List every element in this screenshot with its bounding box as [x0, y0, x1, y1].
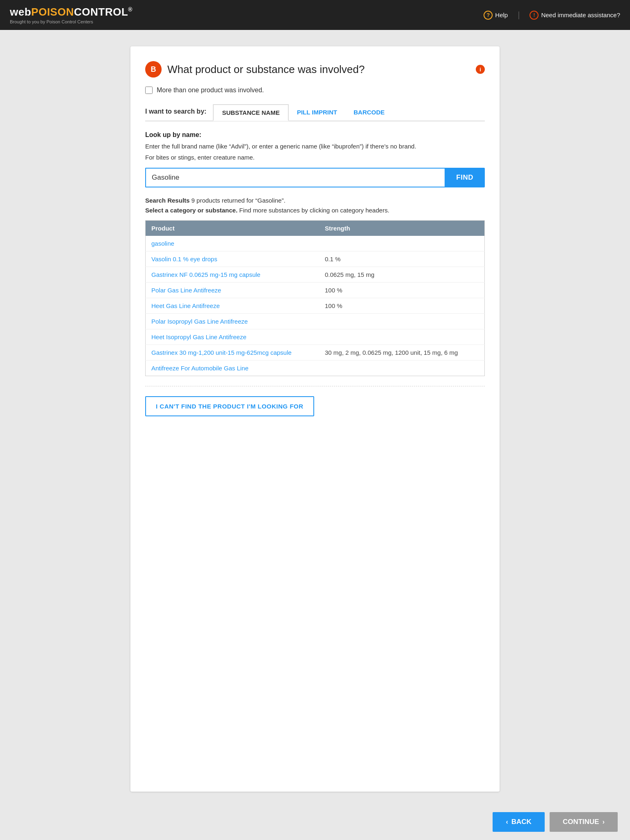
- table-row: Heet Gas Line Antifreeze100 %: [146, 298, 485, 314]
- main-card: B What product or substance was involved…: [130, 46, 500, 792]
- section-divider: [145, 386, 485, 386]
- search-results-header: Search Results 9 products returned for “…: [145, 196, 485, 215]
- continue-button[interactable]: CONTINUE ›: [550, 812, 618, 832]
- table-row: Vasolin 0.1 % eye drops0.1 %: [146, 251, 485, 267]
- search-input[interactable]: [145, 168, 445, 187]
- search-select-instruction: Select a category or substance.: [145, 207, 237, 214]
- info-icon[interactable]: i: [476, 65, 485, 74]
- table-row: Polar Gas Line Antifreeze100 %: [146, 283, 485, 298]
- product-name[interactable]: Heet Gas Line Antifreeze: [146, 298, 319, 314]
- logo-subtitle: Brought to you by Poison Control Centers: [10, 19, 132, 24]
- logo-poison: POISON: [31, 6, 74, 18]
- table-row: Antifreeze For Automobile Gas Line: [146, 361, 485, 376]
- product-name[interactable]: gasoline: [146, 236, 319, 251]
- logo-control: CONTROL: [74, 6, 128, 18]
- assist-link[interactable]: ! Need immediate assistance?: [530, 11, 620, 20]
- col-strength: Strength: [319, 221, 485, 236]
- search-click-instruction: Find more substances by clicking on cate…: [239, 207, 389, 214]
- question-header: B What product or substance was involved…: [145, 61, 485, 78]
- results-table: Product Strength gasolineVasolin 0.1 % e…: [145, 220, 485, 376]
- cant-find-button[interactable]: I CAN'T FIND THE PRODUCT I'M LOOKING FOR: [145, 396, 314, 416]
- product-strength: 30 mg, 2 mg, 0.0625 mg, 1200 unit, 15 mg…: [319, 345, 485, 361]
- back-label: BACK: [511, 818, 532, 826]
- continue-label: CONTINUE: [563, 818, 599, 826]
- product-name[interactable]: Gastrinex 30 mg-1,200 unit-15 mg-625mcg …: [146, 345, 319, 361]
- table-header-row: Product Strength: [146, 221, 485, 236]
- header-nav: ? Help | ! Need immediate assistance?: [484, 10, 620, 20]
- logo-web: web: [10, 6, 31, 18]
- product-strength: [319, 329, 485, 345]
- back-button[interactable]: ‹ BACK: [493, 812, 544, 832]
- main-wrapper: B What product or substance was involved…: [0, 30, 630, 804]
- lookup-desc2: For bites or stings, enter creature name…: [145, 153, 485, 162]
- search-results-prefix: Search Results: [145, 197, 189, 204]
- continue-chevron-icon: ›: [603, 818, 605, 826]
- product-strength: [319, 314, 485, 329]
- table-row: Gastrinex NF 0.0625 mg-15 mg capsule0.06…: [146, 267, 485, 283]
- more-than-one-row: More than one product was involved.: [145, 87, 485, 94]
- search-tabs: I want to search by: SUBSTANCE NAME PILL…: [145, 104, 485, 121]
- product-name[interactable]: Polar Gas Line Antifreeze: [146, 283, 319, 298]
- more-than-one-label: More than one product was involved.: [157, 87, 264, 94]
- assist-label: Need immediate assistance?: [541, 11, 620, 18]
- back-chevron-icon: ‹: [506, 818, 508, 826]
- col-product: Product: [146, 221, 319, 236]
- product-strength: [319, 361, 485, 376]
- product-strength: 100 %: [319, 298, 485, 314]
- product-strength: 0.0625 mg, 15 mg: [319, 267, 485, 283]
- tab-pill-imprint[interactable]: PILL IMPRINT: [289, 105, 345, 121]
- search-by-label: I want to search by:: [145, 104, 213, 121]
- product-strength: 100 %: [319, 283, 485, 298]
- step-badge: B: [145, 61, 162, 78]
- site-header: webPOISONCONTROL® Brought to you by Pois…: [0, 0, 630, 30]
- footer-nav: ‹ BACK CONTINUE ›: [0, 804, 630, 840]
- product-name[interactable]: Gastrinex NF 0.0625 mg-15 mg capsule: [146, 267, 319, 283]
- table-row: Gastrinex 30 mg-1,200 unit-15 mg-625mcg …: [146, 345, 485, 361]
- search-results-count: 9 products returned for “Gasoline”.: [192, 197, 285, 204]
- nav-divider: |: [518, 10, 520, 20]
- product-strength: [319, 236, 485, 251]
- table-row: Heet Isopropyl Gas Line Antifreeze: [146, 329, 485, 345]
- product-name[interactable]: Antifreeze For Automobile Gas Line: [146, 361, 319, 376]
- lookup-section: Look up by name: Enter the full brand na…: [145, 131, 485, 187]
- find-button[interactable]: FIND: [445, 168, 485, 187]
- assist-icon: !: [530, 11, 539, 20]
- product-name[interactable]: Heet Isopropyl Gas Line Antifreeze: [146, 329, 319, 345]
- lookup-desc1: Enter the full brand name (like “Advil”)…: [145, 142, 485, 151]
- logo: webPOISONCONTROL® Brought to you by Pois…: [10, 6, 132, 24]
- tab-barcode[interactable]: BARCODE: [345, 105, 393, 121]
- lookup-title: Look up by name:: [145, 131, 485, 139]
- search-row: FIND: [145, 168, 485, 187]
- product-strength: 0.1 %: [319, 251, 485, 267]
- product-name[interactable]: Vasolin 0.1 % eye drops: [146, 251, 319, 267]
- help-label: Help: [495, 11, 508, 18]
- table-row: gasoline: [146, 236, 485, 251]
- tab-substance-name[interactable]: SUBSTANCE NAME: [213, 104, 289, 121]
- help-icon: ?: [484, 11, 493, 20]
- logo-reg: ®: [128, 6, 132, 13]
- help-link[interactable]: ? Help: [484, 11, 508, 20]
- product-name[interactable]: Polar Isopropyl Gas Line Antifreeze: [146, 314, 319, 329]
- more-than-one-checkbox[interactable]: [145, 87, 153, 94]
- question-title: What product or substance was involved?: [167, 63, 470, 76]
- table-row: Polar Isopropyl Gas Line Antifreeze: [146, 314, 485, 329]
